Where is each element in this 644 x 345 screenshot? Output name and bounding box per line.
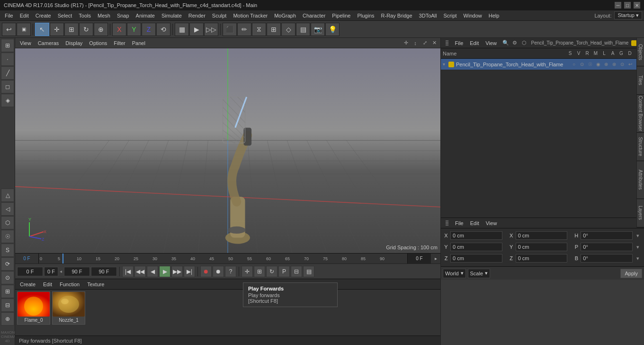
obj-menu-view[interactable]: View — [483, 40, 500, 46]
menu-window[interactable]: Window — [461, 12, 485, 19]
obj-search-icon[interactable]: 🔍 — [501, 39, 510, 47]
timeline-arrow-button[interactable]: ▸ — [431, 254, 440, 263]
vp-menu-options[interactable]: Options — [86, 40, 110, 46]
loop-button[interactable]: ⧖ — [252, 23, 266, 36]
coord-y-pos2-field[interactable]: 0 cm — [516, 243, 568, 251]
redo-button[interactable]: ▣ — [17, 23, 31, 36]
coord-p-field[interactable]: 0° — [581, 243, 633, 251]
floor-button[interactable]: ▤ — [296, 23, 310, 36]
scale-button[interactable]: ⊞ — [64, 23, 79, 36]
menu-animate[interactable]: Animate — [133, 12, 158, 19]
render-active-button[interactable]: ▷▷ — [204, 23, 218, 36]
light-button[interactable]: 💡 — [325, 23, 340, 36]
obj-icon-a[interactable]: ⊛ — [610, 61, 618, 68]
play-forward-button[interactable]: ▶ — [159, 266, 170, 277]
tool6-button[interactable]: ⟳ — [1, 257, 14, 271]
array-button[interactable]: ⊞ — [267, 23, 281, 36]
tool7-button[interactable]: ⊙ — [1, 271, 14, 284]
mode-uvw-button[interactable]: ◈ — [1, 94, 14, 107]
menu-sculpt[interactable]: Sculpt — [209, 12, 230, 19]
transform-mode-button[interactable]: ⟲ — [156, 23, 170, 36]
scale-mode-dropdown[interactable]: Scale ▾ — [468, 269, 491, 278]
coord-x-pos-field[interactable]: 0 cm — [450, 231, 502, 240]
menu-snap[interactable]: Snap — [114, 12, 132, 19]
vp-menu-view[interactable]: View — [17, 40, 34, 46]
coord-x-pos2-field[interactable]: 0 cm — [516, 231, 568, 240]
rotate-button[interactable]: ↻ — [79, 23, 93, 36]
menu-file[interactable]: File — [2, 12, 16, 19]
vp-icon-expand[interactable]: ⤢ — [420, 39, 429, 47]
vp-menu-display[interactable]: Display — [63, 40, 85, 46]
move-tool-button[interactable]: ✛ — [242, 266, 253, 277]
mode-polygons-button[interactable]: ◻ — [1, 80, 14, 93]
viewport[interactable]: Perspective — [15, 48, 440, 253]
obj-breadcrumb-icon[interactable]: ⬡ — [520, 39, 528, 47]
menu-motion-tracker[interactable]: Motion Tracker — [230, 12, 270, 19]
menu-help[interactable]: Help — [486, 12, 502, 19]
anim-start-frame-field[interactable]: 0 F — [17, 267, 43, 276]
x-axis-button[interactable]: X — [112, 23, 126, 36]
coord-z-arrow[interactable]: ▾ — [634, 254, 642, 263]
mode-points-button[interactable]: · — [1, 53, 14, 66]
z-axis-button[interactable]: Z — [142, 23, 156, 36]
cube-view-button[interactable]: ⬛ — [223, 23, 237, 36]
edge-tab-layers[interactable]: Layers — [636, 199, 644, 227]
menu-mograph[interactable]: MoGraph — [271, 12, 299, 19]
menu-pipeline[interactable]: Pipeline — [329, 12, 353, 19]
tool3-button[interactable]: ⬡ — [1, 216, 14, 229]
vp-icon-zoom[interactable]: ↕ — [411, 39, 420, 47]
menu-script[interactable]: Script — [440, 12, 459, 19]
goto-start-button[interactable]: |◀ — [122, 266, 134, 277]
mat-menu-function[interactable]: Function — [57, 281, 82, 288]
grid-snap-button[interactable]: ⊟ — [291, 266, 302, 277]
obj-icon-l[interactable]: ⊕ — [602, 61, 610, 68]
mode-objects-button[interactable]: ⊞ — [1, 39, 14, 52]
menu-plugins[interactable]: Plugins — [354, 12, 377, 19]
prev-frame-button[interactable]: ◀ — [147, 266, 158, 277]
obj-menu-file[interactable]: File — [452, 40, 466, 46]
obj-icon-g[interactable]: ⊙ — [618, 61, 626, 68]
tool2-button[interactable]: ◁ — [1, 202, 14, 216]
props-menu-file[interactable]: File — [452, 220, 466, 227]
render-region-button[interactable]: ▦ — [175, 23, 189, 36]
edge-tab-structure[interactable]: Structure — [636, 133, 644, 161]
obj-icon-s[interactable]: ○ — [570, 61, 578, 68]
edge-tab-attributes[interactable]: Attributes — [636, 161, 644, 199]
record-button[interactable]: ⏺ — [200, 266, 212, 277]
props-menu-view[interactable]: View — [483, 220, 500, 227]
deform-button[interactable]: ◇ — [281, 23, 295, 36]
tool4-button[interactable]: ☉ — [1, 230, 14, 243]
edge-tab-objects[interactable]: Objects — [636, 38, 644, 66]
select-mode-button[interactable]: ↖ — [35, 23, 49, 36]
obj-icon-d[interactable]: ↩ — [626, 61, 634, 68]
camera-button[interactable]: 📷 — [311, 23, 325, 36]
anim-current-frame-field[interactable]: 0 F — [44, 267, 58, 276]
vp-icon-move[interactable]: ✛ — [402, 39, 410, 47]
tool5-button[interactable]: S — [1, 244, 14, 257]
mode-edges-button[interactable]: ╱ — [1, 66, 14, 80]
tool10-button[interactable]: ⊕ — [1, 312, 14, 326]
scale-tool-button[interactable]: ⊞ — [254, 266, 265, 277]
object-row-torch[interactable]: ▾ Pencil_Tip_Propane_Torch_Head_with_Fla… — [441, 59, 644, 70]
menu-tools[interactable]: Tools — [76, 12, 94, 19]
coord-y-pos-field[interactable]: 0 cm — [450, 243, 502, 251]
edge-tab-content[interactable]: Content Browser — [636, 95, 644, 133]
material-flame[interactable]: Flame_0 — [17, 291, 50, 325]
coord-x-arrow[interactable]: ▾ — [634, 231, 642, 240]
obj-settings-icon[interactable]: ⚙ — [510, 39, 519, 47]
coord-z-pos-field[interactable]: 0 cm — [450, 254, 502, 263]
move-button[interactable]: ✛ — [50, 23, 64, 36]
maximize-button[interactable]: □ — [624, 2, 631, 9]
prev-keyframe-button[interactable]: ◀◀ — [134, 266, 146, 277]
obj-icon-v[interactable]: ⊙ — [578, 61, 586, 68]
pivot-button[interactable]: P — [278, 266, 290, 277]
vp-menu-cameras[interactable]: Cameras — [35, 40, 62, 46]
coord-y-arrow[interactable]: ▾ — [634, 243, 642, 251]
anim-end-frame2-field[interactable]: 90 F — [91, 267, 117, 276]
mat-menu-texture[interactable]: Texture — [84, 281, 107, 288]
menu-create[interactable]: Create — [33, 12, 54, 19]
menu-edit[interactable]: Edit — [17, 12, 32, 19]
vp-menu-panel[interactable]: Panel — [129, 40, 148, 46]
obj-expand-icon[interactable]: ▾ — [443, 62, 448, 67]
tool9-button[interactable]: ⊟ — [1, 299, 14, 312]
